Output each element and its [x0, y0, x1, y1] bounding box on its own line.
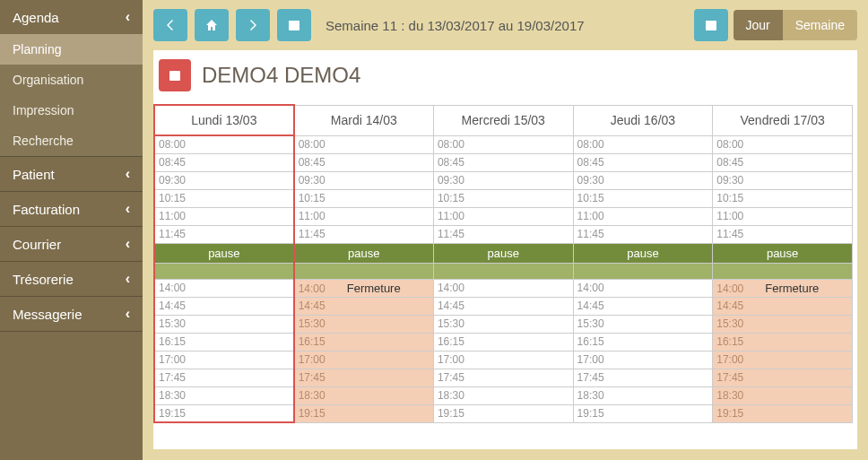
- time-slot[interactable]: 15:30: [154, 315, 294, 333]
- time-slot[interactable]: 15:30: [433, 315, 573, 333]
- time-slot[interactable]: 14:45: [573, 297, 713, 315]
- time-slot[interactable]: 17:00: [433, 351, 573, 369]
- time-slot[interactable]: 09:30: [713, 171, 853, 189]
- time-slot[interactable]: 16:15: [294, 333, 434, 351]
- time-slot[interactable]: 18:30: [154, 386, 294, 404]
- time-slot[interactable]: 17:45: [433, 369, 573, 386]
- time-slot[interactable]: 09:30: [294, 171, 434, 189]
- sidebar-section-label: Agenda: [13, 10, 59, 25]
- day-header[interactable]: Mercredi 15/03: [433, 105, 573, 135]
- time-slot[interactable]: 19:15: [713, 404, 853, 422]
- time-slot[interactable]: 17:00: [294, 351, 434, 369]
- time-slot[interactable]: 08:00: [433, 135, 573, 153]
- calendar-picker-button[interactable]: [277, 9, 311, 41]
- time-slot[interactable]: 09:30: [573, 171, 713, 189]
- time-slot[interactable]: 14:00: [154, 279, 294, 297]
- time-slot[interactable]: 10:15: [713, 189, 853, 207]
- time-slot[interactable]: 11:00: [573, 207, 713, 225]
- time-slot[interactable]: 14:45: [154, 297, 294, 315]
- time-slot[interactable]: 15:30: [573, 315, 713, 333]
- time-slot[interactable]: 17:45: [573, 369, 713, 386]
- time-slot[interactable]: 08:45: [294, 153, 434, 171]
- time-slot[interactable]: 18:30: [573, 386, 713, 404]
- time-slot[interactable]: 11:00: [713, 207, 853, 225]
- prev-button[interactable]: [153, 9, 187, 41]
- svg-rect-1: [289, 21, 299, 23]
- pause-cell: pause: [713, 243, 853, 263]
- time-slot[interactable]: 17:45: [294, 369, 434, 386]
- sidebar-section-courrier[interactable]: Courrier‹: [0, 227, 143, 261]
- time-slot[interactable]: 17:00: [573, 351, 713, 369]
- today-button[interactable]: [694, 9, 728, 41]
- sidebar-section-patient[interactable]: Patient‹: [0, 157, 143, 191]
- time-slot[interactable]: 08:00: [154, 135, 294, 153]
- day-header[interactable]: Lundi 13/03: [154, 105, 294, 135]
- time-slot[interactable]: 11:45: [294, 225, 434, 243]
- sidebar-section-facturation[interactable]: Facturation‹: [0, 192, 143, 226]
- calendar-scroll[interactable]: Lundi 13/03Mardi 14/03Mercredi 15/03Jeud…: [153, 104, 857, 423]
- time-slot[interactable]: 16:15: [573, 333, 713, 351]
- time-slot[interactable]: 08:45: [573, 153, 713, 171]
- time-slot[interactable]: 08:00: [573, 135, 713, 153]
- time-slot[interactable]: 17:45: [713, 369, 853, 386]
- time-slot[interactable]: 09:30: [433, 171, 573, 189]
- time-slot[interactable]: 16:15: [713, 333, 853, 351]
- next-button[interactable]: [236, 9, 270, 41]
- time-slot[interactable]: 11:00: [294, 207, 434, 225]
- time-slot[interactable]: 14:45: [433, 297, 573, 315]
- time-slot[interactable]: 14:00: [433, 279, 573, 297]
- time-slot[interactable]: 11:45: [433, 225, 573, 243]
- time-slot[interactable]: 10:15: [433, 189, 573, 207]
- time-slot[interactable]: 18:30: [294, 386, 434, 404]
- time-slot[interactable]: 10:15: [573, 189, 713, 207]
- view-segment: Jour Semaine: [733, 10, 858, 40]
- sidebar-section-trésorerie[interactable]: Trésorerie‹: [0, 262, 143, 296]
- time-slot[interactable]: 08:00: [294, 135, 434, 153]
- time-slot[interactable]: 17:00: [713, 351, 853, 369]
- time-slot[interactable]: 08:45: [433, 153, 573, 171]
- time-slot[interactable]: 11:45: [573, 225, 713, 243]
- sidebar-item-organisation[interactable]: Organisation: [0, 65, 143, 95]
- sidebar-section-agenda[interactable]: Agenda‹: [0, 0, 143, 34]
- chevron-left-icon: ‹: [126, 9, 130, 25]
- sidebar-item-planning[interactable]: Planning: [0, 34, 143, 65]
- time-slot[interactable]: 08:00: [713, 135, 853, 153]
- time-slot[interactable]: 08:45: [154, 153, 294, 171]
- view-day-button[interactable]: Jour: [733, 10, 783, 40]
- time-slot[interactable]: 18:30: [433, 386, 573, 404]
- day-header[interactable]: Vendredi 17/03: [713, 105, 853, 135]
- day-header[interactable]: Mardi 14/03: [294, 105, 434, 135]
- time-slot[interactable]: 19:15: [433, 404, 573, 422]
- time-slot[interactable]: 09:30: [154, 171, 294, 189]
- time-slot[interactable]: 18:30: [713, 386, 853, 404]
- time-slot[interactable]: 15:30: [294, 315, 434, 333]
- time-slot[interactable]: 19:15: [154, 404, 294, 422]
- time-slot[interactable]: 15:30: [713, 315, 853, 333]
- time-slot[interactable]: 10:15: [294, 189, 434, 207]
- day-header[interactable]: Jeudi 16/03: [573, 105, 713, 135]
- sidebar-section-messagerie[interactable]: Messagerie‹: [0, 297, 143, 331]
- time-slot[interactable]: 17:00: [154, 351, 294, 369]
- time-slot[interactable]: 11:45: [154, 225, 294, 243]
- home-button[interactable]: [195, 9, 229, 41]
- time-slot[interactable]: 10:15: [154, 189, 294, 207]
- time-slot[interactable]: 14:45: [294, 297, 434, 315]
- time-slot[interactable]: 19:15: [294, 404, 434, 422]
- time-slot[interactable]: 16:15: [154, 333, 294, 351]
- time-slot[interactable]: 11:00: [154, 207, 294, 225]
- sidebar-item-impression[interactable]: Impression: [0, 95, 143, 126]
- time-slot[interactable]: 11:00: [433, 207, 573, 225]
- time-slot[interactable]: 11:45: [713, 225, 853, 243]
- time-slot[interactable]: 14:45: [713, 297, 853, 315]
- time-slot[interactable]: 14:00Fermeture: [294, 279, 434, 297]
- time-slot[interactable]: 14:00Fermeture: [713, 279, 853, 297]
- time-slot[interactable]: 17:45: [154, 369, 294, 386]
- time-slot[interactable]: 14:00: [573, 279, 713, 297]
- sidebar-item-recherche[interactable]: Recherche: [0, 126, 143, 156]
- pause-cell: .: [433, 263, 573, 279]
- view-week-button[interactable]: Semaine: [783, 10, 857, 40]
- sidebar-section-label: Courrier: [13, 237, 61, 252]
- time-slot[interactable]: 08:45: [713, 153, 853, 171]
- time-slot[interactable]: 16:15: [433, 333, 573, 351]
- time-slot[interactable]: 19:15: [573, 404, 713, 422]
